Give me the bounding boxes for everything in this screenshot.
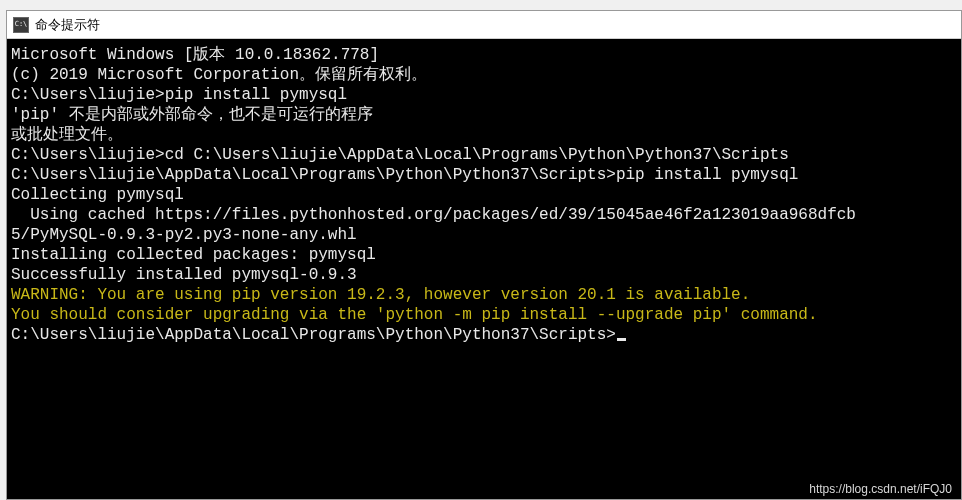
terminal-line: Collecting pymysql <box>11 185 957 205</box>
terminal-line: C:\Users\liujie\AppData\Local\Programs\P… <box>11 165 957 185</box>
cropped-background <box>0 0 962 10</box>
terminal-prompt: C:\Users\liujie\AppData\Local\Programs\P… <box>11 325 957 345</box>
terminal-line: 'pip' 不是内部或外部命令，也不是可运行的程序 <box>11 105 957 125</box>
titlebar[interactable]: 命令提示符 <box>7 11 961 39</box>
terminal-line: C:\Users\liujie>cd C:\Users\liujie\AppDa… <box>11 145 957 165</box>
terminal-line: C:\Users\liujie>pip install pymysql <box>11 85 957 105</box>
terminal-line: 或批处理文件。 <box>11 125 957 145</box>
terminal-line: You should consider upgrading via the 'p… <box>11 305 957 325</box>
terminal-line: Installing collected packages: pymysql <box>11 245 957 265</box>
terminal-line: Successfully installed pymysql-0.9.3 <box>11 265 957 285</box>
terminal-area[interactable]: Microsoft Windows [版本 10.0.18362.778](c)… <box>7 39 961 499</box>
terminal-line: Using cached https://files.pythonhosted.… <box>11 205 957 225</box>
terminal-line: 5/PyMySQL-0.9.3-py2.py3-none-any.whl <box>11 225 957 245</box>
watermark: https://blog.csdn.net/iFQJ0 <box>809 482 952 496</box>
window-title: 命令提示符 <box>35 16 100 34</box>
terminal-line: (c) 2019 Microsoft Corporation。保留所有权利。 <box>11 65 957 85</box>
terminal-line: Microsoft Windows [版本 10.0.18362.778] <box>11 45 957 65</box>
cursor <box>617 338 626 341</box>
cmd-icon <box>13 17 29 33</box>
terminal-line: WARNING: You are using pip version 19.2.… <box>11 285 957 305</box>
cmd-window: 命令提示符 Microsoft Windows [版本 10.0.18362.7… <box>6 10 962 500</box>
